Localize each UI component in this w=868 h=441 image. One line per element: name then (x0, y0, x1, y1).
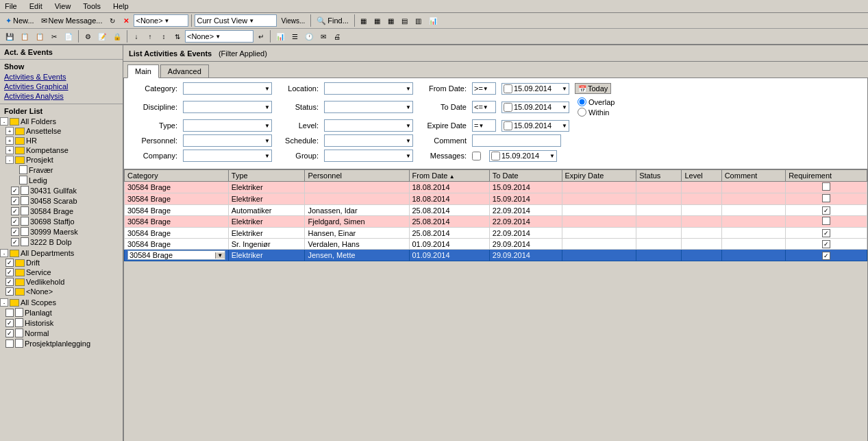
to-date-checkbox[interactable] (504, 103, 512, 112)
comment-input[interactable] (472, 134, 561, 147)
personnel-combo[interactable]: ▼ (183, 134, 272, 147)
nav-activities-graphical[interactable]: Activities Graphical (4, 82, 119, 91)
to-date-dropdown-icon[interactable]: ▼ (562, 104, 567, 110)
messages-date-dropdown-icon[interactable]: ▼ (549, 153, 555, 159)
tb2-btn3[interactable]: 📋 (33, 30, 47, 43)
folder-prosjekt[interactable]: - Prosjekt (5, 155, 123, 165)
checkbox-icon[interactable]: ✓ (5, 259, 14, 267)
from-date-input[interactable] (514, 84, 562, 93)
tb2-btn12[interactable]: ⇅ (171, 30, 184, 43)
folder-fravaer[interactable]: Fravær (11, 165, 123, 175)
tb2-btn5[interactable]: 📄 (62, 30, 75, 43)
overlap-radio[interactable] (578, 97, 586, 106)
checkbox-icon[interactable]: ✓ (11, 228, 19, 236)
checkbox-icon[interactable]: ✓ (5, 278, 14, 286)
views-button[interactable]: Views... (278, 14, 308, 27)
folder-hr[interactable]: + HR (5, 136, 123, 145)
refresh-button[interactable]: ↻ (106, 14, 119, 27)
col-status[interactable]: Status (636, 170, 682, 182)
requirement-checkbox[interactable]: ✓ (822, 240, 830, 248)
within-radio[interactable] (578, 108, 586, 117)
tb2-btn1[interactable]: 💾 (3, 30, 16, 43)
new-button[interactable]: ✦New... (3, 14, 37, 27)
folder-all-folders[interactable]: - All Folders (0, 117, 123, 126)
tb2-btn18[interactable]: 🖨 (331, 30, 343, 43)
layout-5-button[interactable]: ▥ (412, 14, 425, 27)
expire-date-input[interactable] (514, 121, 562, 130)
tb2-btn16[interactable]: 🕐 (302, 30, 316, 43)
group-combo[interactable]: ▼ (324, 150, 413, 162)
tb2-btn9[interactable]: ↓ (130, 30, 142, 43)
tb2-btn14[interactable]: 📊 (273, 30, 287, 43)
tb2-btn17[interactable]: ✉ (317, 30, 330, 43)
messages-date-input[interactable] (501, 152, 549, 160)
company-combo[interactable]: ▼ (183, 150, 272, 162)
expand-icon[interactable]: - (0, 117, 8, 126)
layout-4-button[interactable]: ▤ (399, 14, 411, 27)
requirement-checkbox[interactable]: ✓ (822, 229, 830, 237)
col-from-date[interactable]: From Date (409, 170, 489, 182)
menu-view[interactable]: View (53, 1, 73, 11)
expire-date-checkbox[interactable] (504, 121, 512, 130)
checkbox-icon[interactable]: ✓ (11, 187, 19, 195)
col-level[interactable]: Level (682, 170, 721, 182)
type-combo[interactable]: ▼ (183, 119, 272, 132)
requirement-checkbox[interactable] (822, 182, 830, 191)
tb2-btn7[interactable]: 📝 (95, 30, 109, 43)
to-date-input[interactable] (514, 103, 562, 111)
table-row[interactable]: 30584 BrageSr. IngeniørVerdalen, Hans01.… (125, 239, 867, 250)
table-row[interactable]: 30584 BrageElektriker18.08.201415.09.201… (125, 193, 867, 205)
layout-2-button[interactable]: ▦ (371, 14, 384, 27)
from-date-dropdown-icon[interactable]: ▼ (562, 86, 567, 92)
level-combo[interactable]: ▼ (324, 119, 413, 132)
menu-tools[interactable]: Tools (81, 1, 103, 11)
new-message-button[interactable]: ✉New Message... (38, 14, 106, 27)
scope-prosjektplanlegging[interactable]: Prosjektplanlegging (5, 338, 123, 348)
expire-date-op-combo[interactable]: = ▼ (472, 119, 496, 132)
today-button[interactable]: 📅 Today (575, 83, 611, 94)
folder-30584[interactable]: ✓ 30584 Brage (11, 206, 123, 216)
folder-30458[interactable]: ✓ 30458 Scarab (11, 195, 123, 206)
none-dropdown-1[interactable]: <None> ▼ (134, 14, 188, 27)
menu-edit[interactable]: Edit (27, 1, 45, 11)
tb2-btn13[interactable]: ↵ (255, 30, 267, 43)
category-combo[interactable]: ▼ (183, 82, 272, 95)
find-button[interactable]: 🔍Find... (314, 14, 351, 27)
folder-3222[interactable]: ✓ 3222 B Dolp (11, 237, 123, 247)
col-comment[interactable]: Comment (721, 170, 786, 182)
tb2-btn8[interactable]: 🔒 (110, 30, 124, 43)
tb2-btn11[interactable]: ↕ (158, 30, 170, 43)
col-expiry-date[interactable]: Expiry Date (562, 170, 636, 182)
table-row[interactable]: 30584 BrageAutomatikerJonassen, Idar25.0… (125, 205, 867, 216)
checkbox-icon[interactable]: ✓ (5, 287, 14, 296)
tb2-btn15[interactable]: ☰ (288, 30, 301, 43)
dept-none[interactable]: ✓ <None> (5, 287, 123, 296)
dept-drift[interactable]: ✓ Drift (5, 258, 123, 267)
from-date-checkbox[interactable] (504, 84, 512, 93)
tb2-btn4[interactable]: ✂ (48, 30, 60, 43)
checkbox-icon[interactable] (5, 339, 14, 348)
menu-file[interactable]: File (3, 1, 19, 11)
tb2-btn2[interactable]: 📋 (18, 30, 32, 43)
folder-30431[interactable]: ✓ 30431 Gullfak (11, 185, 123, 195)
checkbox-icon[interactable]: ✓ (11, 217, 19, 226)
table-row[interactable]: 30584 BrageElektrikerHansen, Einar25.08.… (125, 228, 867, 239)
checkbox-icon[interactable]: ✓ (5, 319, 14, 327)
schedule-combo[interactable]: ▼ (324, 134, 413, 147)
folder-30698[interactable]: ✓ 30698 Staffjo (11, 216, 123, 226)
menu-help[interactable]: Help (111, 1, 131, 11)
checkbox-icon[interactable] (5, 309, 14, 317)
folder-ledig[interactable]: Ledig (11, 175, 123, 185)
delete-button[interactable]: ✕ (120, 14, 132, 27)
expand-icon[interactable]: + (5, 127, 14, 135)
status-combo[interactable]: ▼ (324, 101, 413, 113)
col-to-date[interactable]: To Date (489, 170, 562, 182)
expand-icon[interactable]: + (5, 136, 14, 145)
expand-icon[interactable]: - (5, 156, 14, 164)
col-requirement[interactable]: Requirement (786, 170, 867, 182)
folder-ansettelse[interactable]: + Ansettelse (5, 126, 123, 136)
expand-icon[interactable]: + (5, 146, 14, 154)
folder-kompetanse[interactable]: + Kompetanse (5, 145, 123, 155)
to-date-op-combo[interactable]: <= ▼ (472, 101, 496, 113)
tab-advanced[interactable]: Advanced (160, 64, 209, 78)
